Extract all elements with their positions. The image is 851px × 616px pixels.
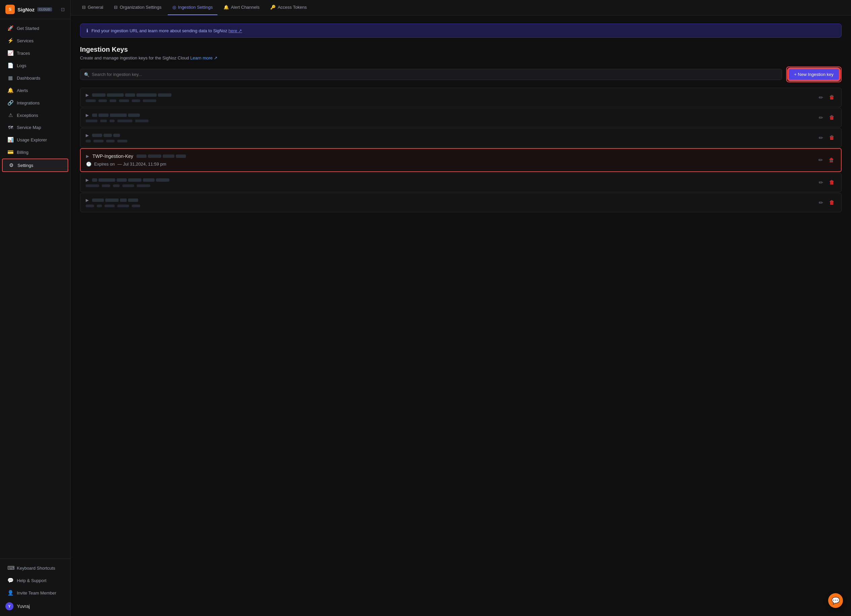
- sidebar-item-get-started[interactable]: 🚀 Get Started: [2, 22, 68, 34]
- sidebar: S SigNoz CLOUD ⊡ 🚀 Get Started ⚡ Service…: [0, 0, 71, 616]
- app-name: SigNoz: [18, 7, 35, 12]
- sidebar-label-get-started: Get Started: [17, 26, 39, 31]
- key-actions-6: ✏ 🗑: [817, 198, 836, 207]
- user-name: Yuvraj: [17, 604, 30, 609]
- key-name-row-3: ▶: [86, 133, 817, 138]
- sidebar-item-invite-team[interactable]: 👤 Invite Team Member: [2, 587, 68, 599]
- key-name-row-2: ▶: [86, 113, 817, 118]
- logs-icon: 📄: [8, 63, 14, 69]
- key-chevron-2[interactable]: ▶: [86, 113, 89, 118]
- edit-button-6[interactable]: ✏: [817, 198, 824, 207]
- exceptions-icon: ⚠: [8, 112, 14, 118]
- sidebar-label-invite-team: Invite Team Member: [17, 591, 56, 595]
- sidebar-nav: 🚀 Get Started ⚡ Services 📈 Traces 📄 Logs…: [0, 19, 70, 559]
- sidebar-item-logs[interactable]: 📄 Logs: [2, 60, 68, 72]
- tab-alert-channels-label: Alert Channels: [231, 5, 260, 10]
- sidebar-label-traces: Traces: [17, 51, 30, 56]
- new-ingestion-key-button[interactable]: + New Ingestion key: [788, 69, 840, 80]
- key-name-row-1: ▶: [86, 93, 817, 97]
- sidebar-item-service-map[interactable]: 🗺 Service Map: [2, 121, 68, 133]
- sidebar-item-traces[interactable]: 📈 Traces: [2, 47, 68, 59]
- sidebar-item-billing[interactable]: 💳 Billing: [2, 146, 68, 158]
- delete-button-twp[interactable]: 🗑: [827, 156, 836, 165]
- edit-button-5[interactable]: ✏: [817, 178, 824, 187]
- learn-more-link[interactable]: Learn more ↗: [190, 55, 218, 60]
- alerts-icon: 🔔: [8, 87, 14, 93]
- key-name-row-6: ▶: [86, 198, 817, 202]
- key-actions-twp: ✏ 🗑: [817, 156, 836, 165]
- services-icon: ⚡: [8, 37, 14, 43]
- sidebar-item-help-support[interactable]: 💬 Help & Support: [2, 574, 68, 586]
- ingestion-keys-list: ▶: [80, 88, 842, 213]
- edit-button-3[interactable]: ✏: [817, 133, 824, 142]
- expires-label: Expires on: [94, 162, 114, 166]
- info-banner-link[interactable]: here ↗: [229, 28, 242, 33]
- sidebar-label-services: Services: [17, 38, 34, 43]
- billing-icon: 💳: [8, 149, 14, 155]
- tab-org-settings[interactable]: ⊟ Organization Settings: [109, 0, 166, 15]
- user-profile[interactable]: Y Yuvraj: [0, 599, 70, 613]
- edit-button-1[interactable]: ✏: [817, 93, 824, 102]
- delete-button-3[interactable]: 🗑: [828, 133, 836, 142]
- settings-icon: ⚙: [8, 162, 14, 168]
- dashboards-icon: ▦: [8, 75, 14, 81]
- key-row-3-left: ▶: [86, 133, 817, 142]
- ingestion-tab-icon: ◎: [173, 5, 176, 10]
- alert-channels-tab-icon: 🔔: [224, 5, 229, 10]
- sidebar-toggle-icon[interactable]: ⊡: [61, 7, 65, 12]
- key-name-blur-1: [92, 93, 171, 97]
- chat-fab-button[interactable]: 💬: [828, 593, 843, 608]
- sidebar-label-service-map: Service Map: [17, 125, 41, 130]
- key-name-blur-2: [92, 114, 140, 117]
- key-row-6-left: ▶: [86, 198, 817, 207]
- sidebar-item-exceptions[interactable]: ⚠ Exceptions: [2, 109, 68, 121]
- sidebar-logo: S SigNoz CLOUD ⊡: [0, 0, 70, 19]
- key-actions-2: ✏ 🗑: [817, 113, 836, 122]
- info-banner: ℹ Find your ingestion URL and learn more…: [80, 24, 842, 37]
- key-name-blur-5: [92, 178, 169, 182]
- sidebar-label-exceptions: Exceptions: [17, 113, 38, 118]
- keyboard-icon: ⌨: [8, 565, 14, 571]
- tab-alert-channels[interactable]: 🔔 Alert Channels: [219, 0, 264, 15]
- delete-button-6[interactable]: 🗑: [828, 198, 836, 207]
- sidebar-item-settings[interactable]: ⚙ Settings: [2, 159, 68, 172]
- key-meta-2: [86, 120, 817, 122]
- sidebar-footer: ⌨ Keyboard Shortcuts 💬 Help & Support 👤 …: [0, 559, 70, 616]
- sidebar-item-services[interactable]: ⚡ Services: [2, 34, 68, 47]
- key-chevron-5[interactable]: ▶: [86, 178, 89, 182]
- sidebar-label-integrations: Integrations: [17, 100, 40, 105]
- sidebar-label-billing: Billing: [17, 150, 29, 155]
- sidebar-label-help-support: Help & Support: [17, 578, 47, 583]
- sidebar-item-keyboard-shortcuts[interactable]: ⌨ Keyboard Shortcuts: [2, 562, 68, 574]
- delete-button-2[interactable]: 🗑: [828, 113, 836, 122]
- key-chevron-1[interactable]: ▶: [86, 93, 89, 97]
- tab-general[interactable]: ⊟ General: [77, 0, 108, 15]
- key-row-3: ▶ ✏ 🗑: [80, 128, 842, 147]
- tab-access-tokens[interactable]: 🔑 Access Tokens: [266, 0, 311, 15]
- key-row-2-left: ▶: [86, 113, 817, 122]
- usage-explorer-icon: 📊: [8, 137, 14, 143]
- key-name-twp: TWP-Ingestion-Key: [92, 153, 133, 159]
- key-chevron-6[interactable]: ▶: [86, 198, 89, 202]
- user-avatar: Y: [5, 602, 14, 610]
- edit-button-twp[interactable]: ✏: [817, 156, 824, 165]
- sidebar-label-keyboard-shortcuts: Keyboard Shortcuts: [17, 566, 55, 571]
- org-settings-tab-icon: ⊟: [114, 5, 118, 10]
- key-chevron-3[interactable]: ▶: [86, 133, 89, 138]
- delete-button-5[interactable]: 🗑: [828, 178, 836, 187]
- tab-ingestion-settings[interactable]: ◎ Ingestion Settings: [168, 0, 218, 15]
- sidebar-item-usage-explorer[interactable]: 📊 Usage Explorer: [2, 134, 68, 146]
- traces-icon: 📈: [8, 50, 14, 56]
- delete-button-1[interactable]: 🗑: [828, 93, 836, 102]
- key-name-row-twp: ▶ TWP-Ingestion-Key: [86, 153, 817, 159]
- edit-button-2[interactable]: ✏: [817, 113, 824, 122]
- tab-org-settings-label: Organization Settings: [120, 5, 161, 10]
- sidebar-item-integrations[interactable]: 🔗 Integrations: [2, 97, 68, 109]
- key-row-6: ▶: [80, 193, 842, 212]
- key-chevron-twp[interactable]: ▶: [86, 154, 89, 159]
- key-name-row-5: ▶: [86, 178, 817, 182]
- sidebar-item-alerts[interactable]: 🔔 Alerts: [2, 84, 68, 96]
- key-row-1: ▶: [80, 88, 842, 107]
- sidebar-item-dashboards[interactable]: ▦ Dashboards: [2, 72, 68, 84]
- search-input[interactable]: [80, 69, 782, 80]
